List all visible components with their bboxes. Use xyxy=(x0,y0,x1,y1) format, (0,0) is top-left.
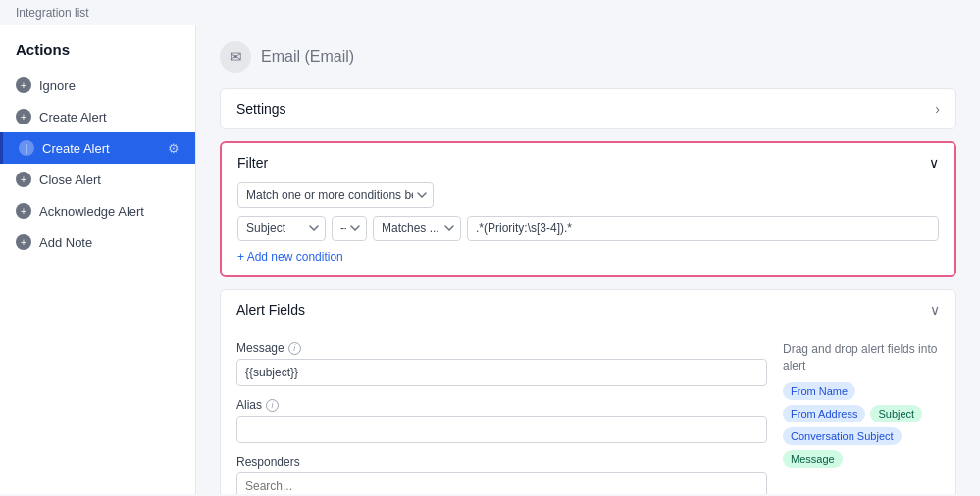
plus-icon-create-alert: + xyxy=(16,109,31,124)
sidebar-item-add-note[interactable]: + Add Note xyxy=(0,226,195,258)
alert-fields-header[interactable]: Alert Fields ∨ xyxy=(221,290,955,329)
alias-input[interactable] xyxy=(236,416,767,443)
alert-fields-section: Alert Fields ∨ Message i xyxy=(220,289,956,494)
filter-body: Match one or more conditions below Subje… xyxy=(222,182,954,275)
content-header: ✉ Email (Email) xyxy=(220,41,956,73)
plus-icon-add-note: + xyxy=(16,234,31,250)
plus-icon-ignore: + xyxy=(16,77,31,93)
settings-header[interactable]: Settings › xyxy=(221,89,955,128)
drag-drop-label: Drag and drop alert fields into alert xyxy=(783,341,940,374)
settings-section: Settings › xyxy=(220,88,956,129)
responders-group: Responders xyxy=(236,455,767,494)
sidebar-item-close-alert[interactable]: + Close Alert xyxy=(0,164,195,195)
content-title: Email (Email) xyxy=(261,48,354,66)
filter-chevron: ∨ xyxy=(929,155,939,171)
tag-message[interactable]: Message xyxy=(783,450,843,468)
filter-section: Filter ∨ Match one or more conditions be… xyxy=(220,141,956,277)
tag-from-name[interactable]: From Name xyxy=(783,382,855,400)
operator2-select[interactable]: Matches ... xyxy=(373,216,461,241)
alert-fields-chevron: ∨ xyxy=(930,302,940,318)
settings-chevron: › xyxy=(935,101,940,117)
sidebar-item-create-alert[interactable]: + Create Alert xyxy=(0,101,195,132)
sidebar: Actions + Ignore + Create Alert | Create… xyxy=(0,25,196,494)
field-tags: From Name From Address Subject Conversat… xyxy=(783,382,940,468)
alias-group: Alias i xyxy=(236,398,767,443)
alias-label: Alias i xyxy=(236,398,767,412)
sidebar-item-ignore[interactable]: + Ignore xyxy=(0,70,195,101)
tag-from-address[interactable]: From Address xyxy=(783,405,865,422)
message-input[interactable] xyxy=(236,359,767,386)
alert-fields-body: Message i Alias i xyxy=(221,329,955,494)
responders-input[interactable] xyxy=(236,472,767,494)
tag-conversation-subject[interactable]: Conversation Subject xyxy=(783,427,902,445)
sidebar-title: Actions xyxy=(0,41,195,70)
main-content: ✉ Email (Email) Settings › Filter ∨ Mat xyxy=(196,25,980,494)
alert-fields-form: Message i Alias i xyxy=(236,341,767,494)
plus-icon-acknowledge: + xyxy=(16,203,31,219)
message-label: Message i xyxy=(236,341,767,355)
email-icon: ✉ xyxy=(220,41,251,73)
sidebar-item-acknowledge-alert[interactable]: + Acknowledge Alert xyxy=(0,195,195,226)
tag-subject[interactable]: Subject xyxy=(870,405,922,422)
responders-label: Responders xyxy=(236,455,767,469)
breadcrumb[interactable]: Integration list xyxy=(0,0,980,25)
plus-icon-active: | xyxy=(19,140,34,156)
field-select[interactable]: Subject xyxy=(237,216,326,241)
match-condition-select[interactable]: Match one or more conditions below xyxy=(237,182,434,208)
plus-icon-close: + xyxy=(16,172,31,187)
drag-drop-area: Drag and drop alert fields into alert Fr… xyxy=(783,341,940,494)
gear-icon[interactable]: ⚙ xyxy=(168,141,180,156)
add-condition-link[interactable]: + Add new condition xyxy=(237,250,343,264)
filter-header[interactable]: Filter ∨ xyxy=(222,143,954,182)
operator1-select[interactable]: -- xyxy=(332,216,367,241)
message-info-icon: i xyxy=(288,342,301,355)
filter-value-input[interactable] xyxy=(467,216,939,241)
message-group: Message i xyxy=(236,341,767,386)
sidebar-item-create-alert-active[interactable]: | Create Alert ⚙ xyxy=(0,132,195,164)
alias-info-icon: i xyxy=(266,399,279,412)
filter-condition-row: Subject -- Matches ... xyxy=(237,216,939,241)
filter-match-row: Match one or more conditions below xyxy=(237,182,939,208)
